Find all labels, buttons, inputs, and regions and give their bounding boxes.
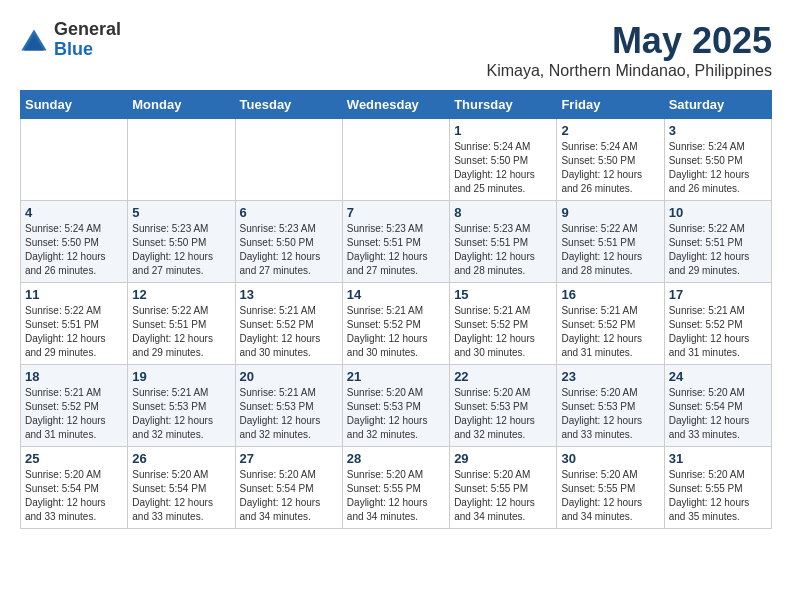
day-number: 9 — [561, 205, 659, 220]
day-number: 18 — [25, 369, 123, 384]
day-number: 19 — [132, 369, 230, 384]
day-cell: 17Sunrise: 5:21 AM Sunset: 5:52 PM Dayli… — [664, 283, 771, 365]
day-number: 14 — [347, 287, 445, 302]
day-cell: 23Sunrise: 5:20 AM Sunset: 5:53 PM Dayli… — [557, 365, 664, 447]
logo-text: General Blue — [54, 20, 121, 60]
day-cell: 13Sunrise: 5:21 AM Sunset: 5:52 PM Dayli… — [235, 283, 342, 365]
day-info: Sunrise: 5:21 AM Sunset: 5:52 PM Dayligh… — [669, 305, 750, 358]
day-cell — [235, 119, 342, 201]
day-cell: 9Sunrise: 5:22 AM Sunset: 5:51 PM Daylig… — [557, 201, 664, 283]
day-info: Sunrise: 5:20 AM Sunset: 5:53 PM Dayligh… — [454, 387, 535, 440]
day-cell: 12Sunrise: 5:22 AM Sunset: 5:51 PM Dayli… — [128, 283, 235, 365]
week-row-2: 4Sunrise: 5:24 AM Sunset: 5:50 PM Daylig… — [21, 201, 772, 283]
day-info: Sunrise: 5:20 AM Sunset: 5:54 PM Dayligh… — [132, 469, 213, 522]
day-info: Sunrise: 5:21 AM Sunset: 5:52 PM Dayligh… — [347, 305, 428, 358]
day-info: Sunrise: 5:20 AM Sunset: 5:54 PM Dayligh… — [240, 469, 321, 522]
day-info: Sunrise: 5:21 AM Sunset: 5:52 PM Dayligh… — [454, 305, 535, 358]
day-number: 5 — [132, 205, 230, 220]
day-cell: 16Sunrise: 5:21 AM Sunset: 5:52 PM Dayli… — [557, 283, 664, 365]
day-info: Sunrise: 5:20 AM Sunset: 5:55 PM Dayligh… — [561, 469, 642, 522]
day-number: 22 — [454, 369, 552, 384]
logo: General Blue — [20, 20, 121, 60]
day-cell: 21Sunrise: 5:20 AM Sunset: 5:53 PM Dayli… — [342, 365, 449, 447]
day-number: 27 — [240, 451, 338, 466]
day-info: Sunrise: 5:22 AM Sunset: 5:51 PM Dayligh… — [25, 305, 106, 358]
day-info: Sunrise: 5:21 AM Sunset: 5:52 PM Dayligh… — [240, 305, 321, 358]
day-number: 26 — [132, 451, 230, 466]
day-cell: 29Sunrise: 5:20 AM Sunset: 5:55 PM Dayli… — [450, 447, 557, 529]
day-cell: 7Sunrise: 5:23 AM Sunset: 5:51 PM Daylig… — [342, 201, 449, 283]
day-cell — [21, 119, 128, 201]
day-number: 20 — [240, 369, 338, 384]
day-cell: 19Sunrise: 5:21 AM Sunset: 5:53 PM Dayli… — [128, 365, 235, 447]
day-info: Sunrise: 5:20 AM Sunset: 5:53 PM Dayligh… — [347, 387, 428, 440]
day-cell — [128, 119, 235, 201]
day-info: Sunrise: 5:20 AM Sunset: 5:55 PM Dayligh… — [347, 469, 428, 522]
day-cell: 22Sunrise: 5:20 AM Sunset: 5:53 PM Dayli… — [450, 365, 557, 447]
day-number: 3 — [669, 123, 767, 138]
week-row-3: 11Sunrise: 5:22 AM Sunset: 5:51 PM Dayli… — [21, 283, 772, 365]
day-info: Sunrise: 5:20 AM Sunset: 5:54 PM Dayligh… — [25, 469, 106, 522]
week-row-1: 1Sunrise: 5:24 AM Sunset: 5:50 PM Daylig… — [21, 119, 772, 201]
logo-blue: Blue — [54, 40, 121, 60]
day-info: Sunrise: 5:22 AM Sunset: 5:51 PM Dayligh… — [561, 223, 642, 276]
day-info: Sunrise: 5:23 AM Sunset: 5:51 PM Dayligh… — [347, 223, 428, 276]
day-info: Sunrise: 5:23 AM Sunset: 5:50 PM Dayligh… — [132, 223, 213, 276]
day-number: 10 — [669, 205, 767, 220]
day-number: 24 — [669, 369, 767, 384]
title-block: May 2025 Kimaya, Northern Mindanao, Phil… — [487, 20, 772, 80]
day-cell: 11Sunrise: 5:22 AM Sunset: 5:51 PM Dayli… — [21, 283, 128, 365]
day-number: 2 — [561, 123, 659, 138]
day-number: 6 — [240, 205, 338, 220]
day-info: Sunrise: 5:22 AM Sunset: 5:51 PM Dayligh… — [669, 223, 750, 276]
calendar-header-row: SundayMondayTuesdayWednesdayThursdayFrid… — [21, 91, 772, 119]
day-number: 30 — [561, 451, 659, 466]
day-cell: 30Sunrise: 5:20 AM Sunset: 5:55 PM Dayli… — [557, 447, 664, 529]
logo-general: General — [54, 20, 121, 40]
day-info: Sunrise: 5:21 AM Sunset: 5:53 PM Dayligh… — [132, 387, 213, 440]
day-info: Sunrise: 5:20 AM Sunset: 5:54 PM Dayligh… — [669, 387, 750, 440]
header-saturday: Saturday — [664, 91, 771, 119]
day-cell: 3Sunrise: 5:24 AM Sunset: 5:50 PM Daylig… — [664, 119, 771, 201]
day-number: 12 — [132, 287, 230, 302]
week-row-5: 25Sunrise: 5:20 AM Sunset: 5:54 PM Dayli… — [21, 447, 772, 529]
day-number: 8 — [454, 205, 552, 220]
day-info: Sunrise: 5:24 AM Sunset: 5:50 PM Dayligh… — [454, 141, 535, 194]
day-number: 23 — [561, 369, 659, 384]
day-info: Sunrise: 5:24 AM Sunset: 5:50 PM Dayligh… — [25, 223, 106, 276]
header-monday: Monday — [128, 91, 235, 119]
header-sunday: Sunday — [21, 91, 128, 119]
day-cell: 10Sunrise: 5:22 AM Sunset: 5:51 PM Dayli… — [664, 201, 771, 283]
day-cell: 5Sunrise: 5:23 AM Sunset: 5:50 PM Daylig… — [128, 201, 235, 283]
day-cell: 15Sunrise: 5:21 AM Sunset: 5:52 PM Dayli… — [450, 283, 557, 365]
day-info: Sunrise: 5:24 AM Sunset: 5:50 PM Dayligh… — [561, 141, 642, 194]
day-info: Sunrise: 5:20 AM Sunset: 5:53 PM Dayligh… — [561, 387, 642, 440]
day-cell — [342, 119, 449, 201]
day-info: Sunrise: 5:20 AM Sunset: 5:55 PM Dayligh… — [669, 469, 750, 522]
day-cell: 27Sunrise: 5:20 AM Sunset: 5:54 PM Dayli… — [235, 447, 342, 529]
day-cell: 26Sunrise: 5:20 AM Sunset: 5:54 PM Dayli… — [128, 447, 235, 529]
day-cell: 6Sunrise: 5:23 AM Sunset: 5:50 PM Daylig… — [235, 201, 342, 283]
day-number: 29 — [454, 451, 552, 466]
day-cell: 8Sunrise: 5:23 AM Sunset: 5:51 PM Daylig… — [450, 201, 557, 283]
day-info: Sunrise: 5:22 AM Sunset: 5:51 PM Dayligh… — [132, 305, 213, 358]
day-number: 15 — [454, 287, 552, 302]
day-number: 7 — [347, 205, 445, 220]
day-number: 11 — [25, 287, 123, 302]
day-cell: 31Sunrise: 5:20 AM Sunset: 5:55 PM Dayli… — [664, 447, 771, 529]
day-info: Sunrise: 5:23 AM Sunset: 5:51 PM Dayligh… — [454, 223, 535, 276]
day-cell: 24Sunrise: 5:20 AM Sunset: 5:54 PM Dayli… — [664, 365, 771, 447]
day-cell: 1Sunrise: 5:24 AM Sunset: 5:50 PM Daylig… — [450, 119, 557, 201]
calendar-subtitle: Kimaya, Northern Mindanao, Philippines — [487, 62, 772, 80]
week-row-4: 18Sunrise: 5:21 AM Sunset: 5:52 PM Dayli… — [21, 365, 772, 447]
logo-icon — [20, 26, 48, 54]
day-number: 17 — [669, 287, 767, 302]
page-header: General Blue May 2025 Kimaya, Northern M… — [20, 20, 772, 80]
header-wednesday: Wednesday — [342, 91, 449, 119]
day-cell: 25Sunrise: 5:20 AM Sunset: 5:54 PM Dayli… — [21, 447, 128, 529]
calendar-table: SundayMondayTuesdayWednesdayThursdayFrid… — [20, 90, 772, 529]
day-cell: 20Sunrise: 5:21 AM Sunset: 5:53 PM Dayli… — [235, 365, 342, 447]
day-number: 1 — [454, 123, 552, 138]
day-number: 28 — [347, 451, 445, 466]
header-tuesday: Tuesday — [235, 91, 342, 119]
